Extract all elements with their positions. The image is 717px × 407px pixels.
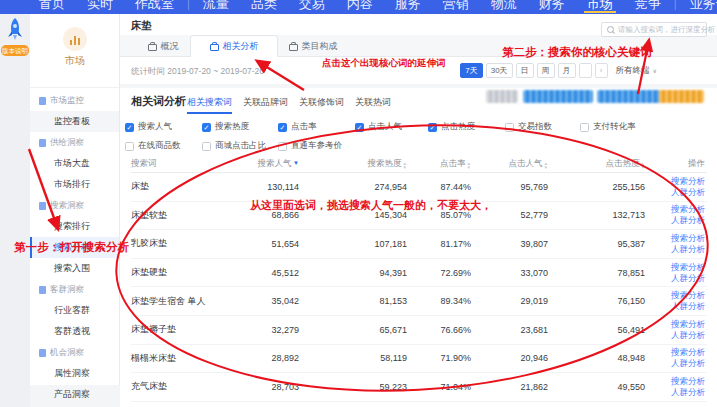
checkbox-unchecked-icon[interactable]: ✓ bbox=[202, 142, 211, 151]
sort-icon[interactable]: ▲▼ bbox=[544, 162, 548, 170]
sidebar-item[interactable]: 监控看板 bbox=[30, 111, 119, 132]
checkbox-checked-icon[interactable]: ✓ bbox=[428, 123, 437, 132]
sort-icon[interactable]: ▲▼ bbox=[467, 162, 471, 170]
nav-item[interactable]: 首页 bbox=[39, 0, 65, 10]
version-badge[interactable]: 版本说明 bbox=[1, 45, 29, 56]
sidebar-item[interactable]: 市场排行 bbox=[30, 174, 119, 195]
nav-item[interactable]: 内容 bbox=[347, 0, 373, 10]
table-header-cell[interactable]: 点击人气▲▼ bbox=[473, 158, 550, 170]
blurred-button-blue-2[interactable] bbox=[597, 90, 659, 103]
section-tab[interactable]: 关联修饰词 bbox=[299, 96, 344, 109]
table-header-cell[interactable]: 点击热度▲▼ bbox=[550, 158, 647, 170]
date-picker-box[interactable] bbox=[579, 63, 592, 78]
metric-checkbox[interactable]: ✓商城点击占比 bbox=[202, 140, 266, 152]
page-tab[interactable]: 类目构成 bbox=[282, 35, 344, 57]
date-range-button[interactable]: 7天 bbox=[460, 63, 482, 78]
value-cell: 45,512 bbox=[243, 268, 301, 278]
sidebar-item[interactable]: 搜索分析 bbox=[30, 237, 119, 258]
sort-icon[interactable]: ▲▼ bbox=[641, 162, 645, 170]
checkbox-unchecked-icon[interactable]: ✓ bbox=[505, 123, 514, 132]
date-range-button[interactable]: 月 bbox=[558, 63, 576, 78]
sidebar-item[interactable]: 客群透视 bbox=[30, 321, 119, 342]
metric-checkbox[interactable]: ✓点击率 bbox=[278, 121, 317, 133]
value-cell: 21,862 bbox=[473, 382, 550, 392]
action-link[interactable]: 搜索分析 bbox=[671, 233, 705, 244]
action-link[interactable]: 搜索分析 bbox=[671, 290, 705, 301]
nav-item[interactable]: 品类 bbox=[251, 0, 277, 10]
sidebar-item[interactable]: 搜索入围 bbox=[30, 258, 119, 279]
checkbox-unchecked-icon[interactable]: ✓ bbox=[580, 123, 589, 132]
page-tab[interactable]: 概况 bbox=[140, 35, 186, 57]
nav-item[interactable]: 营销 bbox=[443, 0, 469, 10]
action-link[interactable]: 搜索分析 bbox=[671, 176, 705, 187]
folder-icon bbox=[39, 349, 46, 357]
table-header-cell[interactable]: 点击率▲▼ bbox=[409, 158, 473, 170]
nav-item[interactable]: 作战室 bbox=[135, 0, 174, 10]
nav-item[interactable]: 财务 bbox=[539, 0, 565, 10]
sidebar-item[interactable]: 产品洞察 bbox=[30, 384, 119, 405]
action-link[interactable]: 搜索分析 bbox=[671, 347, 705, 358]
metric-checkbox[interactable]: ✓搜索人气 bbox=[125, 121, 172, 133]
action-link[interactable]: 搜索分析 bbox=[671, 204, 705, 215]
nav-item[interactable]: 服务 bbox=[395, 0, 421, 10]
section-tab[interactable]: 关联品牌词 bbox=[243, 96, 288, 109]
sort-desc-icon[interactable]: ▼ bbox=[291, 160, 299, 166]
nav-item[interactable]: 物流 bbox=[491, 0, 517, 10]
metric-checkbox[interactable]: ✓点击人气 bbox=[355, 121, 402, 133]
checkbox-checked-icon[interactable]: ✓ bbox=[202, 123, 211, 132]
date-range-button[interactable]: 日 bbox=[516, 63, 534, 78]
section-tab[interactable]: 关联热词 bbox=[355, 96, 391, 109]
action-link[interactable]: 搜索分析 bbox=[671, 319, 705, 330]
sidebar-item[interactable]: 属性洞察 bbox=[30, 363, 119, 384]
terminal-filter[interactable]: 所有终端∨ bbox=[616, 65, 657, 77]
nav-item[interactable]: 市场 bbox=[587, 0, 613, 10]
action-link[interactable]: 人群分析 bbox=[671, 330, 705, 341]
date-range-button[interactable]: 30天 bbox=[486, 63, 513, 78]
page-title: 床垫 bbox=[131, 19, 152, 33]
metric-checkbox[interactable]: ✓交易指数 bbox=[505, 121, 552, 133]
nav-item[interactable]: 交易 bbox=[299, 0, 325, 10]
metric-checkbox[interactable]: ✓点击热度 bbox=[428, 121, 475, 133]
metric-checkbox[interactable]: ✓直通车参考价 bbox=[278, 140, 342, 152]
sidebar-item[interactable]: 市场大盘 bbox=[30, 153, 119, 174]
action-link[interactable]: 搜索分析 bbox=[671, 262, 705, 273]
next-date-icon[interactable]: › bbox=[595, 63, 608, 78]
action-link[interactable]: 人群分析 bbox=[671, 273, 705, 284]
page-tab[interactable]: 相关分析 bbox=[190, 35, 278, 57]
checkbox-checked-icon[interactable]: ✓ bbox=[278, 123, 287, 132]
date-range-button[interactable]: 周 bbox=[537, 63, 555, 78]
sort-icon[interactable]: ▲▼ bbox=[403, 162, 407, 170]
stat-row: 统计时间 2019-07-20 ~ 2019-07-26 7天30天日周月›所有… bbox=[120, 57, 717, 84]
market-module-icon bbox=[63, 27, 87, 51]
sidebar-item[interactable]: 行业客群 bbox=[30, 300, 119, 321]
metric-checkbox[interactable]: ✓在线商品数 bbox=[125, 140, 181, 152]
action-link[interactable]: 人群分析 bbox=[671, 301, 705, 312]
table-header-cell[interactable]: 搜索热度▲▼ bbox=[301, 158, 409, 170]
nav-item[interactable]: 实时 bbox=[87, 0, 113, 10]
blurred-button-orange[interactable] bbox=[659, 90, 704, 103]
table-row: 床垫硬垫45,51294,39172.69%33,07078,851搜索分析人群… bbox=[131, 259, 707, 288]
section-tabs: 相关搜索词关联品牌词关联修饰词关联热词 bbox=[187, 96, 391, 109]
action-link[interactable]: 搜索分析 bbox=[671, 376, 705, 387]
section-tab[interactable]: 相关搜索词 bbox=[187, 96, 232, 109]
checkbox-unchecked-icon[interactable]: ✓ bbox=[278, 142, 287, 151]
nav-item[interactable]: 业务专区 bbox=[690, 0, 717, 10]
metric-checkbox[interactable]: ✓支付转化率 bbox=[580, 121, 636, 133]
keyword-search-input[interactable]: 请输入搜索词，进行深度分析 bbox=[601, 22, 707, 37]
nav-item[interactable]: 流量 bbox=[203, 0, 229, 10]
blurred-button-blue-1[interactable] bbox=[523, 90, 593, 103]
action-link[interactable]: 人群分析 bbox=[671, 187, 705, 198]
metric-checkbox[interactable]: ✓搜索热度 bbox=[202, 121, 249, 133]
action-link[interactable]: 人群分析 bbox=[671, 387, 705, 398]
checkbox-checked-icon[interactable]: ✓ bbox=[125, 123, 134, 132]
action-link[interactable]: 人群分析 bbox=[671, 215, 705, 226]
checkbox-unchecked-icon[interactable]: ✓ bbox=[125, 142, 134, 151]
table-header-cell[interactable]: 搜索人气 ▼ bbox=[243, 158, 301, 170]
sidebar-item[interactable]: 搜索排行 bbox=[30, 216, 119, 237]
action-link[interactable]: 人群分析 bbox=[671, 358, 705, 369]
checkbox-checked-icon[interactable]: ✓ bbox=[355, 123, 364, 132]
left-rail: 版本说明 bbox=[0, 14, 30, 407]
action-link[interactable]: 人群分析 bbox=[671, 244, 705, 255]
nav-item[interactable]: 竞争 bbox=[635, 0, 661, 10]
blurred-button-gray[interactable] bbox=[486, 90, 518, 103]
